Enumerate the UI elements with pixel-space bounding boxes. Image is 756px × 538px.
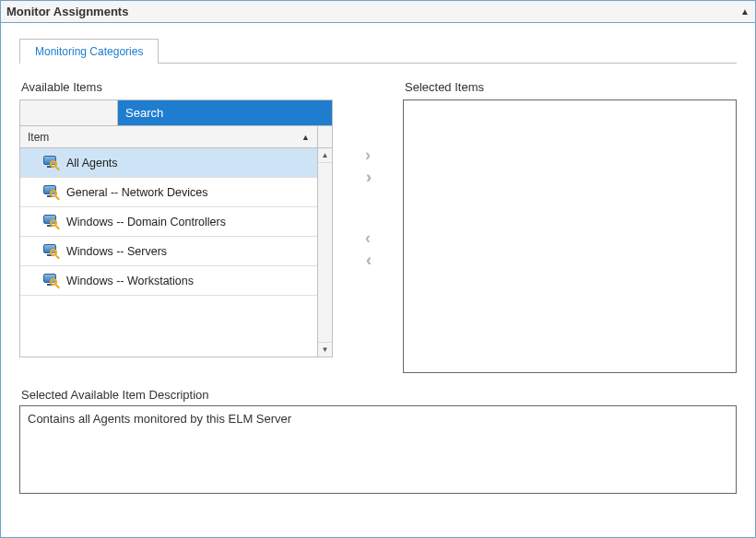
description-box: Contains all Agents monitored by this EL… — [19, 405, 737, 494]
collapse-icon[interactable]: ▲ — [740, 6, 750, 17]
category-icon — [42, 214, 59, 230]
move-left-button[interactable]: ‹ — [355, 228, 381, 248]
available-item-row[interactable]: Windows -- Domain Controllers — [20, 207, 317, 237]
available-item-label: All Agents — [66, 157, 118, 170]
selected-label: Selected Items — [405, 80, 737, 94]
move-right-button[interactable]: › — [355, 145, 381, 165]
available-item-row[interactable]: All Agents — [20, 148, 317, 178]
description-label: Selected Available Item Description — [21, 388, 737, 402]
vertical-scrollbar[interactable]: ▲ ▼ — [317, 148, 332, 357]
search-input[interactable] — [118, 100, 332, 125]
move-all-left-button[interactable]: ‹‹ — [355, 250, 381, 270]
tab-label: Monitoring Categories — [35, 45, 143, 58]
column-header-item[interactable]: Item ▲ — [20, 131, 317, 144]
move-buttons: › ›› ‹ ‹‹ — [349, 80, 386, 270]
search-spacer — [20, 100, 118, 125]
available-rows: All AgentsGeneral -- Network DevicesWind… — [20, 148, 317, 357]
available-item-row[interactable]: Windows -- Servers — [20, 237, 317, 266]
tab-strip: Monitoring Categories — [19, 38, 737, 64]
description-text: Contains all Agents monitored by this EL… — [28, 412, 291, 426]
category-icon — [42, 155, 59, 171]
monitor-assignments-panel: Monitor Assignments ▲ Monitoring Categor… — [0, 0, 756, 538]
available-column: Available Items Item ▲ All Agen — [19, 80, 333, 357]
category-icon — [42, 243, 59, 260]
available-item-row[interactable]: Windows -- Workstations — [20, 266, 317, 296]
scroll-up-icon[interactable]: ▲ — [318, 148, 332, 163]
dual-list-layout: Available Items Item ▲ All Agen — [19, 80, 737, 373]
available-item-label: Windows -- Domain Controllers — [66, 216, 226, 228]
available-item-row[interactable]: General -- Network Devices — [20, 178, 317, 207]
search-row — [20, 100, 332, 126]
selected-items-box[interactable] — [403, 99, 737, 373]
selected-column: Selected Items — [403, 80, 737, 373]
panel-body: Monitoring Categories Available Items It… — [1, 23, 755, 537]
header-scroll-gutter — [317, 126, 332, 147]
category-icon — [42, 273, 59, 289]
rows-viewport: All AgentsGeneral -- Network DevicesWind… — [20, 148, 332, 357]
sort-asc-icon: ▲ — [301, 133, 310, 142]
available-item-label: Windows -- Servers — [66, 245, 167, 258]
column-header-label: Item — [28, 131, 49, 144]
panel-title: Monitor Assignments — [6, 5, 128, 18]
available-label: Available Items — [21, 80, 333, 94]
grid-header-row: Item ▲ — [20, 126, 332, 148]
scroll-down-icon[interactable]: ▼ — [318, 342, 332, 357]
panel-header: Monitor Assignments ▲ — [1, 1, 755, 23]
available-grid: Item ▲ All AgentsGeneral -- Network Devi… — [19, 99, 333, 357]
category-icon — [42, 184, 59, 201]
move-all-right-button[interactable]: ›› — [355, 167, 381, 187]
tab-monitoring-categories[interactable]: Monitoring Categories — [19, 39, 159, 64]
available-item-label: Windows -- Workstations — [66, 275, 194, 287]
available-item-label: General -- Network Devices — [66, 186, 208, 199]
